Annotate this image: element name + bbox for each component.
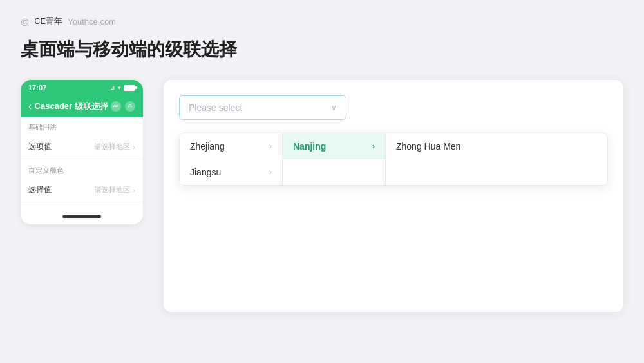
mobile-time: 17:07 xyxy=(28,84,46,92)
chevron-right-icon: › xyxy=(269,142,272,151)
cascader-item-zhong-hua-men[interactable]: Zhong Hua Men xyxy=(386,133,489,159)
mobile-item1-value: 请选择地区 xyxy=(95,142,130,152)
content-area: 17:07 ⊿ ▾ ‹ Cascader 级联选择 ••• xyxy=(21,80,623,312)
cascader-arrow-icon: ∨ xyxy=(331,103,337,112)
mobile-item1-right: 请选择地区 › xyxy=(95,142,135,152)
mobile-item1-arrow: › xyxy=(133,143,135,151)
cascader-item-label: Nanjing xyxy=(293,141,326,152)
cascader-item-nanjing[interactable]: Nanjing › xyxy=(283,133,385,159)
cascader-column-3: Zhong Hua Men xyxy=(386,133,489,185)
back-icon[interactable]: ‹ xyxy=(28,101,32,112)
cascader-column-2: Nanjing › xyxy=(283,133,386,185)
mobile-section2-label: 自定义颜色 xyxy=(21,159,143,178)
settings-icon[interactable]: ⊙ xyxy=(125,101,135,112)
page: @ CE青年 Youthce.com 桌面端与移动端的级联选择 17:07 ⊿ … xyxy=(0,0,644,363)
brand-bar: @ CE青年 Youthce.com xyxy=(21,15,623,27)
cascader-input[interactable]: Please select ∨ xyxy=(179,95,346,120)
mobile-status-bar: 17:07 ⊿ ▾ xyxy=(21,80,143,95)
desktop-panel: Please select ∨ Zhejiang › Jiangsu › xyxy=(164,80,623,312)
mobile-list-item[interactable]: 选项值 请选择地区 › xyxy=(21,135,143,159)
cascader-item-label: Zhong Hua Men xyxy=(396,141,460,152)
signal-icon: ⊿ xyxy=(110,84,115,91)
mobile-item2-arrow: › xyxy=(133,186,135,194)
wifi-icon: ▾ xyxy=(118,84,121,91)
brand-url: Youthce.com xyxy=(68,17,116,26)
battery-icon xyxy=(124,85,135,91)
cascader-dropdown: Zhejiang › Jiangsu › Nanjing › xyxy=(179,133,608,186)
mobile-list-item-2[interactable]: 选择值 请选择地区 › xyxy=(21,178,143,202)
cascader-item-zhejiang[interactable]: Zhejiang › xyxy=(180,133,282,159)
mobile-mockup: 17:07 ⊿ ▾ ‹ Cascader 级联选择 ••• xyxy=(21,80,143,224)
brand-name: CE青年 xyxy=(34,15,62,27)
mobile-body: 基础用法 选项值 请选择地区 › 自定义颜色 选择值 请选择地区 › xyxy=(21,117,143,202)
cascader-column-1: Zhejiang › Jiangsu › xyxy=(180,133,283,185)
cascader-item-label: Zhejiang xyxy=(190,141,225,152)
mobile-nav-actions: ••• ⊙ xyxy=(111,101,135,112)
more-icon[interactable]: ••• xyxy=(111,101,121,112)
mobile-footer xyxy=(21,202,143,224)
mobile-icons: ⊿ ▾ xyxy=(110,84,135,91)
mobile-item2-right: 请选择地区 › xyxy=(95,185,135,195)
chevron-right-icon: › xyxy=(372,142,375,151)
mobile-nav-bar: ‹ Cascader 级联选择 ••• ⊙ xyxy=(21,95,143,117)
cascader-item-label: Jiangsu xyxy=(190,167,221,177)
chevron-right-icon: › xyxy=(269,168,272,177)
mobile-section1-label: 基础用法 xyxy=(21,117,143,135)
cascader-placeholder: Please select xyxy=(189,103,242,113)
home-indicator xyxy=(62,215,101,218)
mobile-item1-label: 选项值 xyxy=(28,141,52,152)
page-title: 桌面端与移动端的级联选择 xyxy=(21,37,623,62)
brand-at: @ xyxy=(21,17,29,26)
mobile-item2-value: 请选择地区 xyxy=(95,185,130,195)
mobile-item2-label: 选择值 xyxy=(28,184,52,195)
cascader-item-jiangsu[interactable]: Jiangsu › xyxy=(180,159,282,185)
mobile-nav-title: Cascader 级联选择 xyxy=(35,101,108,112)
